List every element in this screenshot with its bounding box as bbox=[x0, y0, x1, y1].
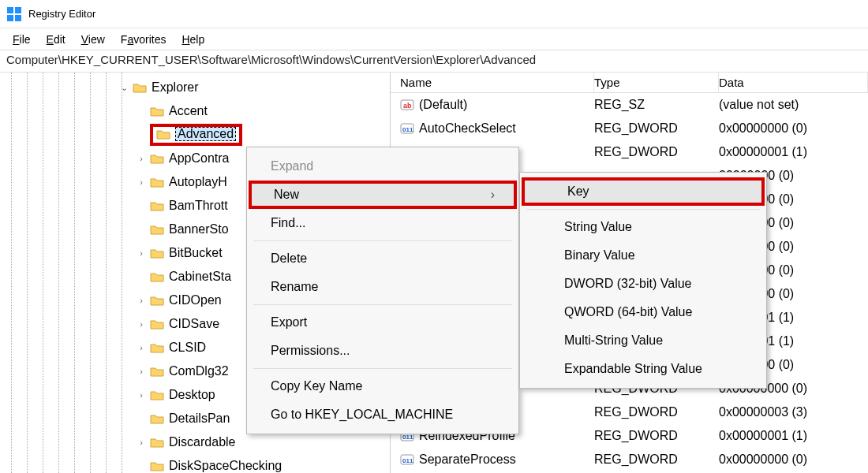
value-data: 0x00000000 (0) bbox=[719, 121, 868, 136]
folder-icon bbox=[150, 224, 164, 235]
tree-item-label: Explorer bbox=[152, 80, 199, 95]
expand-toggle-icon[interactable] bbox=[136, 154, 147, 163]
expand-toggle-icon[interactable] bbox=[136, 248, 147, 258]
new-qword[interactable]: QWORD (64-bit) Value bbox=[522, 298, 765, 326]
ctx-permissions[interactable]: Permissions... bbox=[249, 337, 517, 365]
svg-text:ab: ab bbox=[403, 102, 412, 110]
new-key[interactable]: Key bbox=[522, 177, 765, 206]
tree-item-label: BannerSto bbox=[169, 222, 229, 236]
menu-help[interactable]: Help bbox=[174, 32, 212, 47]
tree-item-label: CLSID bbox=[169, 341, 206, 355]
svg-rect-2 bbox=[7, 15, 13, 21]
column-name[interactable]: Name bbox=[391, 73, 594, 92]
folder-icon bbox=[150, 318, 164, 330]
separator bbox=[526, 209, 760, 210]
svg-rect-1 bbox=[15, 7, 21, 13]
separator bbox=[253, 304, 512, 305]
menu-view[interactable]: View bbox=[73, 32, 113, 47]
value-row[interactable]: ab(Default)REG_SZ(value not set) bbox=[391, 93, 868, 117]
expand-toggle-icon[interactable] bbox=[136, 438, 147, 447]
tree-item[interactable]: DiskSpaceChecking bbox=[0, 454, 390, 473]
column-data[interactable]: Data bbox=[719, 73, 868, 92]
ctx-export[interactable]: Export bbox=[249, 308, 517, 337]
context-menu: Expand New › Find... Delete Rename Expor… bbox=[246, 147, 519, 434]
highlight-selected-tree-item: Advanced bbox=[150, 124, 242, 146]
tree-item-label: DetailsPan bbox=[169, 412, 230, 426]
tree-item-label: Accent bbox=[169, 104, 208, 118]
tree-item-label: BamThrott bbox=[169, 199, 228, 213]
address-bar[interactable]: Computer\HKEY_CURRENT_USER\Software\Micr… bbox=[0, 50, 868, 73]
tree-item-label: Discardable bbox=[169, 435, 235, 449]
folder-icon bbox=[150, 248, 164, 259]
ctx-go-hklm[interactable]: Go to HKEY_LOCAL_MACHINE bbox=[249, 400, 517, 429]
folder-icon bbox=[150, 153, 164, 164]
value-type: REG_DWORD bbox=[594, 453, 719, 467]
value-row[interactable]: 011SeparateProcessREG_DWORD0x00000000 (0… bbox=[391, 448, 868, 471]
folder-icon bbox=[133, 82, 147, 93]
value-row[interactable]: 011AutoCheckSelectREG_DWORD0x00000000 (0… bbox=[391, 117, 868, 140]
ctx-expand: Expand bbox=[249, 152, 517, 181]
value-name: AutoCheckSelect bbox=[419, 121, 516, 136]
folder-icon bbox=[150, 437, 164, 448]
expand-toggle-icon[interactable] bbox=[136, 319, 147, 329]
folder-icon bbox=[150, 177, 164, 188]
folder-icon bbox=[150, 413, 164, 424]
tree-item-label: DiskSpaceChecking bbox=[169, 459, 282, 473]
folder-icon bbox=[156, 128, 170, 140]
tree-item-label: Advanced bbox=[175, 127, 236, 141]
folder-icon bbox=[150, 271, 164, 282]
value-type: REG_DWORD bbox=[594, 145, 719, 159]
new-dword[interactable]: DWORD (32-bit) Value bbox=[522, 270, 765, 298]
expand-toggle-icon[interactable] bbox=[136, 177, 147, 187]
ctx-find[interactable]: Find... bbox=[249, 209, 517, 237]
ctx-rename[interactable]: Rename bbox=[249, 273, 517, 301]
menu-favorites[interactable]: Favorites bbox=[113, 32, 174, 47]
folder-icon bbox=[150, 295, 164, 306]
svg-rect-3 bbox=[15, 15, 21, 21]
title-bar: Registry Editor bbox=[0, 0, 868, 28]
separator bbox=[253, 240, 512, 241]
value-type: REG_DWORD bbox=[594, 429, 719, 443]
new-string[interactable]: String Value bbox=[522, 213, 765, 241]
svg-rect-0 bbox=[7, 7, 13, 13]
expand-toggle-icon[interactable] bbox=[136, 367, 147, 376]
folder-icon bbox=[150, 106, 164, 117]
submenu-new: Key String Value Binary Value DWORD (32-… bbox=[519, 172, 767, 389]
column-type[interactable]: Type bbox=[594, 73, 719, 92]
submenu-arrow-icon: › bbox=[491, 188, 495, 202]
value-data: 0x00000001 (1) bbox=[719, 145, 868, 159]
folder-icon bbox=[150, 460, 164, 471]
menu-file[interactable]: File bbox=[5, 32, 39, 47]
ctx-copy-key-name[interactable]: Copy Key Name bbox=[249, 372, 517, 400]
separator bbox=[253, 368, 512, 369]
new-binary[interactable]: Binary Value bbox=[522, 241, 765, 270]
tree-item-label: CabinetSta bbox=[169, 270, 231, 284]
expand-toggle-icon[interactable] bbox=[136, 343, 147, 352]
menu-edit[interactable]: Edit bbox=[39, 32, 73, 47]
new-expand[interactable]: Expandable String Value bbox=[522, 355, 765, 383]
expand-toggle-icon[interactable] bbox=[136, 390, 147, 400]
ctx-delete[interactable]: Delete bbox=[249, 244, 517, 273]
tree-item-label: AutoplayH bbox=[169, 175, 227, 189]
expand-toggle-icon[interactable] bbox=[136, 296, 147, 305]
value-type: REG_DWORD bbox=[594, 121, 719, 136]
tree-item-label: AppContra bbox=[169, 151, 230, 166]
value-type: REG_DWORD bbox=[594, 405, 719, 419]
ctx-new-label: New bbox=[274, 188, 299, 202]
svg-text:011: 011 bbox=[402, 126, 413, 133]
value-data: 0x00000003 (3) bbox=[719, 405, 868, 419]
value-name: (Default) bbox=[419, 98, 467, 112]
value-name: SeparateProcess bbox=[419, 453, 516, 467]
ctx-new[interactable]: New › bbox=[249, 181, 517, 209]
svg-text:011: 011 bbox=[402, 434, 413, 441]
tree-item-explorer[interactable]: Explorer bbox=[0, 76, 390, 99]
value-data: 0x00000001 (1) bbox=[719, 429, 868, 443]
tree-item[interactable]: Accent bbox=[0, 99, 390, 123]
tree-item[interactable]: Advanced bbox=[0, 123, 390, 147]
value-list-header[interactable]: Name Type Data bbox=[391, 73, 868, 93]
value-data: (value not set) bbox=[719, 98, 868, 112]
expand-toggle-icon[interactable] bbox=[118, 83, 129, 93]
value-type: REG_SZ bbox=[594, 98, 719, 112]
new-multi[interactable]: Multi-String Value bbox=[522, 326, 765, 355]
tree-item-label: CIDOpen bbox=[169, 293, 222, 307]
